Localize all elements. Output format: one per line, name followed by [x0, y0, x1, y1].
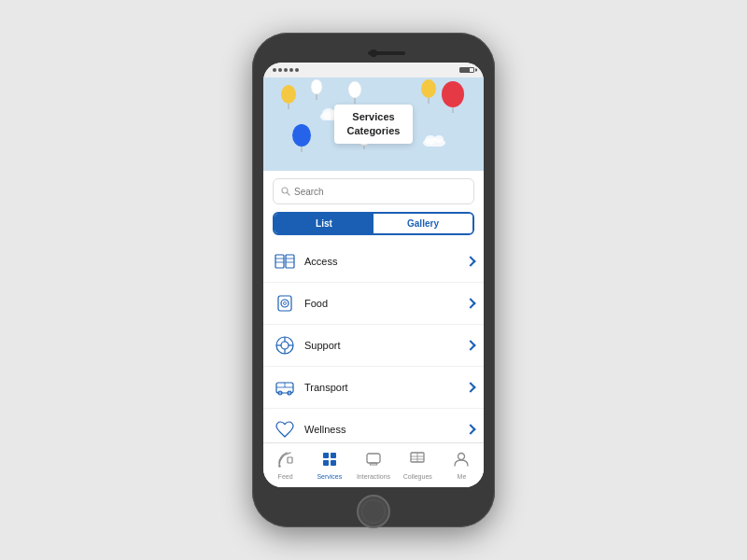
collegues-nav-label: Collegues: [403, 473, 432, 480]
access-label: Access: [304, 256, 459, 267]
search-input[interactable]: [294, 187, 466, 197]
category-item-food[interactable]: Food: [263, 283, 484, 325]
cloud-2: [423, 133, 446, 147]
signal-dots: [273, 68, 299, 72]
services-icon: [321, 451, 338, 471]
access-chevron: [465, 256, 475, 266]
svg-rect-47: [331, 460, 336, 466]
svg-point-6: [442, 81, 464, 107]
hero-title-box: Services Categories: [334, 105, 414, 145]
balloon-yellow-left: [280, 85, 297, 109]
svg-point-53: [458, 454, 465, 460]
phone-home-button[interactable]: [357, 495, 390, 528]
status-bar: [263, 63, 484, 77]
interactions-nav-label: Interactions: [357, 473, 390, 480]
battery-icon: [459, 67, 474, 73]
svg-rect-45: [331, 453, 336, 458]
balloon-blue: [291, 124, 312, 152]
services-nav-label: Services: [317, 473, 342, 480]
svg-rect-23: [286, 255, 294, 268]
tab-list[interactable]: List: [275, 214, 374, 233]
support-label: Support: [304, 340, 459, 351]
support-icon: [273, 333, 297, 357]
phone-frame: Services Categories List Ga: [252, 33, 495, 527]
search-bar-container: [263, 171, 484, 208]
svg-point-32: [281, 342, 289, 349]
category-item-wellness[interactable]: Wellness: [263, 409, 484, 442]
svg-point-8: [421, 79, 436, 98]
access-icon: [273, 249, 297, 273]
transport-icon: [273, 375, 297, 399]
phone-speaker: [368, 51, 405, 55]
collegues-icon: [409, 451, 426, 471]
balloon-white-2: [347, 81, 362, 104]
balloon-red: [441, 81, 465, 113]
search-input-wrap[interactable]: [273, 178, 474, 204]
view-tabs: List Gallery: [273, 212, 474, 235]
feed-icon: [277, 451, 294, 471]
me-nav-label: Me: [458, 473, 467, 480]
svg-point-2: [311, 79, 322, 94]
interactions-icon: [365, 451, 382, 471]
transport-label: Transport: [304, 382, 459, 393]
svg-rect-48: [367, 454, 380, 463]
svg-rect-43: [288, 457, 292, 463]
svg-rect-44: [323, 453, 329, 458]
balloon-white-1: [310, 79, 323, 100]
svg-point-4: [348, 81, 361, 98]
phone-top-bar: [263, 44, 484, 63]
svg-point-0: [281, 85, 296, 104]
nav-item-feed[interactable]: Feed: [263, 443, 307, 487]
svg-point-10: [292, 124, 311, 147]
tab-gallery[interactable]: Gallery: [374, 214, 472, 233]
svg-line-21: [288, 193, 290, 196]
food-icon: [273, 291, 297, 315]
phone-home-inner: [361, 499, 386, 524]
category-item-access[interactable]: Access: [263, 241, 484, 283]
me-icon: [453, 451, 470, 471]
food-label: Food: [304, 298, 459, 309]
category-item-support[interactable]: Support: [263, 325, 484, 367]
hero-banner: Services Categories: [263, 77, 484, 171]
svg-point-19: [434, 135, 444, 143]
food-chevron: [465, 298, 475, 308]
hero-title-line1: Services: [347, 110, 401, 124]
phone-screen: Services Categories List Ga: [263, 63, 484, 487]
wellness-icon: [273, 417, 297, 441]
nav-item-collegues[interactable]: Collegues: [396, 443, 440, 487]
svg-rect-28: [278, 296, 291, 311]
balloon-yellow-right: [420, 79, 437, 104]
category-list: Access Food: [263, 241, 484, 442]
category-item-transport[interactable]: Transport: [263, 367, 484, 409]
svg-point-30: [284, 302, 287, 305]
bottom-nav: Feed Services: [263, 442, 484, 487]
transport-chevron: [465, 382, 475, 392]
svg-rect-22: [275, 255, 284, 268]
svg-point-42: [278, 465, 280, 467]
wellness-label: Wellness: [304, 424, 459, 435]
nav-item-interactions[interactable]: Interactions: [351, 443, 395, 487]
support-chevron: [465, 340, 475, 350]
hero-title-line2: Categories: [347, 124, 401, 138]
search-icon: [281, 183, 290, 200]
nav-item-me[interactable]: Me: [440, 443, 484, 487]
nav-item-services[interactable]: Services: [307, 443, 351, 487]
svg-point-29: [281, 300, 289, 307]
wellness-chevron: [465, 424, 475, 434]
svg-rect-46: [323, 460, 329, 466]
feed-nav-label: Feed: [278, 473, 293, 480]
